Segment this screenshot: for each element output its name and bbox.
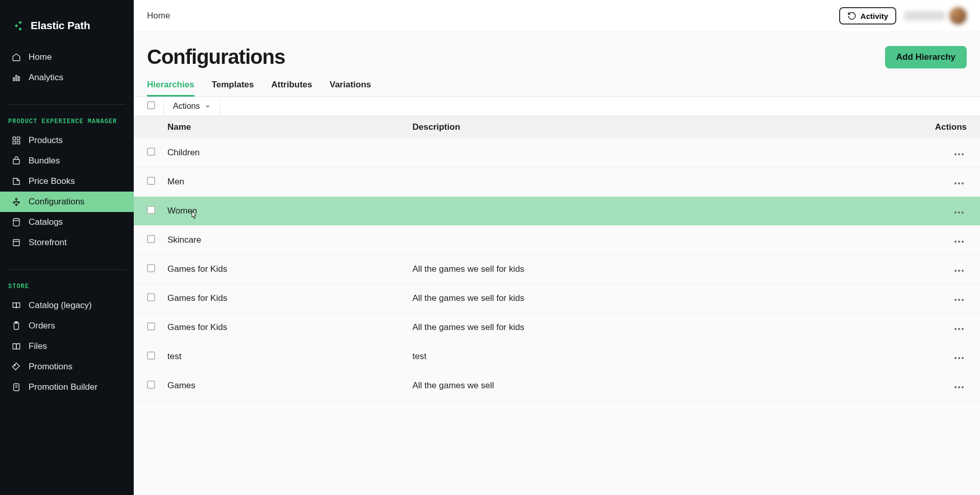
svg-point-11 <box>16 198 17 200</box>
promotions-icon <box>11 362 21 372</box>
row-checkbox[interactable] <box>147 322 155 331</box>
table-row[interactable]: Games for KidsAll the games we sell for … <box>134 284 980 313</box>
user-name <box>904 11 945 20</box>
tab-hierarchies[interactable]: Hierarchies <box>147 80 194 97</box>
avatar <box>949 7 967 25</box>
table-row[interactable]: Women <box>134 197 980 226</box>
sidebar-item-label: Price Books <box>29 176 75 186</box>
sidebar-item-products[interactable]: Products <box>0 130 134 151</box>
main: Home Activity Configurations Add Hierarc… <box>134 0 980 495</box>
logo-icon <box>14 20 26 31</box>
row-description: All the games we sell for kids <box>408 286 929 311</box>
row-description: test <box>408 344 929 369</box>
promotion-builder-icon <box>11 382 21 392</box>
storefront-icon <box>11 238 21 248</box>
user-menu[interactable] <box>904 7 967 25</box>
add-hierarchy-button[interactable]: Add Hierarchy <box>885 46 967 68</box>
row-actions-menu[interactable] <box>951 179 967 187</box>
row-checkbox[interactable] <box>147 177 155 185</box>
table-row[interactable]: Children <box>134 138 980 168</box>
sidebar-item-price-books[interactable]: Price Books <box>0 171 134 192</box>
row-checkbox[interactable] <box>147 293 155 301</box>
row-checkbox[interactable] <box>147 381 155 389</box>
sidebar-item-promotion-builder[interactable]: Promotion Builder <box>0 377 134 397</box>
nav-store: Catalog (legacy)OrdersFilesPromotionsPro… <box>0 295 134 408</box>
table-row[interactable]: GamesAll the games we sell <box>134 371 980 400</box>
svg-rect-3 <box>13 78 14 81</box>
row-description <box>408 146 929 160</box>
brand-logo[interactable]: Elastic Path <box>0 0 134 47</box>
tab-attributes[interactable]: Attributes <box>271 80 312 97</box>
sidebar: Elastic Path HomeAnalytics PRODUCT EXPER… <box>0 0 134 495</box>
breadcrumb[interactable]: Home <box>147 11 170 21</box>
divider <box>8 104 126 105</box>
table-row[interactable]: Games for KidsAll the games we sell for … <box>134 255 980 284</box>
row-checkbox[interactable] <box>147 351 155 360</box>
activity-button[interactable]: Activity <box>839 7 896 25</box>
sidebar-item-orders[interactable]: Orders <box>0 316 134 336</box>
nav-top: HomeAnalytics <box>0 47 134 98</box>
row-name: Men <box>163 170 408 194</box>
sidebar-item-storefront[interactable]: Storefront <box>0 232 134 253</box>
table-toolbar: Actions <box>134 97 980 116</box>
row-actions-menu[interactable] <box>951 354 967 362</box>
row-name: Games <box>163 373 408 398</box>
svg-rect-9 <box>17 142 20 144</box>
row-description: All the games we sell <box>408 373 929 398</box>
sidebar-item-label: Orders <box>29 321 55 331</box>
tab-variations[interactable]: Variations <box>330 80 371 97</box>
sidebar-item-files[interactable]: Files <box>0 336 134 357</box>
sidebar-item-label: Catalog (legacy) <box>29 300 92 311</box>
row-actions-menu[interactable] <box>951 267 967 275</box>
catalog-legacy-icon <box>11 300 21 311</box>
sidebar-item-catalog-legacy-[interactable]: Catalog (legacy) <box>0 295 134 316</box>
sidebar-item-bundles[interactable]: Bundles <box>0 151 134 171</box>
table-header: Name Description Actions <box>134 116 980 138</box>
row-checkbox[interactable] <box>147 235 155 243</box>
table-row[interactable]: Skincare <box>134 226 980 255</box>
svg-rect-0 <box>15 24 18 27</box>
row-actions-menu[interactable] <box>951 383 967 391</box>
sidebar-item-label: Files <box>29 341 47 351</box>
nav-pem: ProductsBundlesPrice BooksConfigurations… <box>0 130 134 263</box>
row-checkbox[interactable] <box>147 148 155 156</box>
svg-rect-7 <box>17 137 20 139</box>
pricebooks-icon <box>11 176 21 186</box>
sidebar-item-home[interactable]: Home <box>0 47 134 67</box>
sidebar-item-configurations[interactable]: Configurations <box>0 192 134 212</box>
column-actions: Actions <box>929 116 980 138</box>
sidebar-item-catalogs[interactable]: Catalogs <box>0 212 134 232</box>
row-name: Women <box>163 199 408 223</box>
table-row[interactable]: testtest <box>134 342 980 371</box>
svg-point-14 <box>16 204 17 206</box>
row-actions-menu[interactable] <box>951 325 967 333</box>
table-row[interactable]: Games for KidsAll the games we sell for … <box>134 313 980 342</box>
bulk-actions-dropdown[interactable]: Actions <box>163 98 220 115</box>
row-checkbox[interactable] <box>147 206 155 214</box>
svg-rect-1 <box>18 21 21 24</box>
tab-templates[interactable]: Templates <box>212 80 254 97</box>
topbar: Home Activity <box>134 0 980 32</box>
svg-rect-5 <box>18 77 19 81</box>
svg-rect-2 <box>18 28 21 31</box>
column-name: Name <box>163 116 408 138</box>
brand-name: Elastic Path <box>31 19 90 32</box>
row-actions-menu[interactable] <box>951 296 967 304</box>
sidebar-item-analytics[interactable]: Analytics <box>0 67 134 88</box>
row-actions-menu[interactable] <box>951 238 967 246</box>
row-checkbox[interactable] <box>147 264 155 272</box>
chevron-down-icon <box>205 103 211 109</box>
sidebar-item-promotions[interactable]: Promotions <box>0 357 134 377</box>
table-row[interactable]: Men <box>134 168 980 197</box>
row-actions-menu[interactable] <box>951 150 967 158</box>
row-actions-menu[interactable] <box>951 208 967 217</box>
svg-rect-8 <box>13 142 15 144</box>
sidebar-item-label: Products <box>29 135 63 146</box>
svg-rect-10 <box>13 159 19 164</box>
divider <box>8 269 126 270</box>
sidebar-item-label: Configurations <box>29 197 85 207</box>
page-title: Configurations <box>147 45 285 68</box>
select-all-checkbox[interactable] <box>147 101 155 109</box>
row-description <box>408 204 929 218</box>
column-description: Description <box>408 116 929 138</box>
